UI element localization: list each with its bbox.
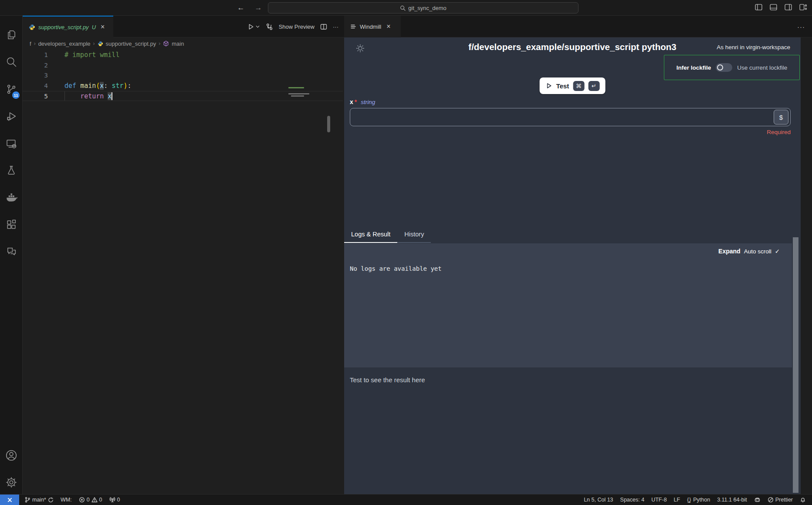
prettier-status[interactable]: Prettier [768,497,793,503]
webview-scrollbar-thumb[interactable] [793,237,798,493]
symbol-method-icon [163,40,169,47]
wm-status[interactable]: WM: [61,497,72,503]
code-keyword-return: return [80,92,108,100]
test-button[interactable]: Test ⌘ ↵ [540,77,606,94]
line-number: 1 [23,51,48,58]
code-param-x: x [100,82,104,90]
editor-more-actions-icon[interactable]: ··· [333,24,338,30]
tab-history[interactable]: History [397,228,431,243]
run-dropdown-chevron-icon[interactable] [255,24,260,29]
run-debug-icon[interactable] [0,106,23,127]
warning-count: 0 [99,497,102,503]
eol-status[interactable]: LF [674,497,680,503]
prettier-disabled-icon [768,497,774,503]
infer-lockfile-label: Infer lockfile [677,64,711,71]
search-text: git_sync_demo [408,5,446,11]
param-x-input[interactable]: $ [350,108,791,126]
encoding-status[interactable]: UTF-8 [651,497,667,503]
code-type-str: str [112,82,123,90]
remote-explorer-icon[interactable] [0,133,23,154]
dollar-variable-button[interactable]: $ [774,110,788,125]
activity-bar: 11 [0,16,23,494]
extensions-icon[interactable] [0,214,23,235]
tab-file-name: supportive_script.py [38,24,89,30]
close-windmill-tab-icon[interactable]: × [386,23,390,30]
toggle-panel-icon[interactable] [770,4,777,10]
cmd-key-badge: ⌘ [573,81,584,91]
tab-windmill[interactable]: Windmill × [344,16,401,37]
code-paren: ( [96,82,100,90]
nav-forward-icon[interactable]: → [253,2,264,13]
problems-status[interactable]: 0 0 [79,497,102,503]
breadcrumb-symbol-main[interactable]: main [172,40,184,47]
python-file-icon [29,24,35,30]
breadcrumb-folder-developers-example[interactable]: developers_example [38,40,91,47]
notifications-status[interactable] [800,497,806,503]
error-count: 0 [87,497,90,503]
search-sidebar-icon[interactable] [0,51,23,72]
python-interpreter-status[interactable]: 3.11.1 64-bit [717,497,747,503]
source-control-icon[interactable]: 11 [0,79,23,100]
breadcrumb-file[interactable]: supportive_script.py [106,40,156,47]
title-bar: ← → git_sync_demo [0,0,812,16]
nav-back-icon[interactable]: ← [235,2,247,13]
required-star: * [355,98,357,105]
windmill-more-actions-icon[interactable]: ··· [797,16,805,37]
windmill-tab-label: Windmill [360,24,381,30]
expand-button[interactable]: Expand [718,248,741,255]
code-function-name: main [80,82,96,90]
settings-gear-icon[interactable] [0,472,23,493]
language-status[interactable]: {} Python [687,497,710,503]
infer-lockfile-toggle[interactable] [716,63,732,72]
git-branch-status[interactable]: main* [24,497,54,503]
toggle-primary-sidebar-icon[interactable] [755,4,762,10]
ports-status[interactable]: 0 [109,497,120,503]
bell-icon [800,497,806,503]
copilot-status[interactable] [754,497,761,503]
editor-scrollbar-thumb[interactable] [327,116,330,132]
breadcrumb-folder-f[interactable]: f [30,40,31,47]
workspace-context: As henri in virgin-workspace [717,44,790,50]
text-cursor [112,92,112,100]
compare-changes-icon[interactable] [266,23,273,30]
close-tab-icon[interactable]: × [101,23,105,31]
no-logs-message: No logs are available yet [350,265,442,272]
line-number: 3 [23,72,48,79]
indent-guide [64,91,65,101]
code-colon: : [128,82,132,90]
cursor-position-status[interactable]: Ln 5, Col 13 [584,497,613,503]
branch-icon [24,497,30,503]
split-editor-icon[interactable] [320,24,327,30]
tab-supportive-script[interactable]: supportive_script.py U × [23,16,113,37]
command-center-search[interactable]: git_sync_demo [268,2,579,13]
code-keyword-def: def [64,82,80,90]
webview-right-gutter [801,37,812,494]
editor-group: supportive_script.py U × Show Preview ··… [23,16,343,494]
auto-scroll-label[interactable]: Auto scroll [744,248,771,255]
docker-icon[interactable] [0,187,23,208]
editor-tab-bar: supportive_script.py U × Show Preview ··… [23,16,343,37]
remote-indicator[interactable] [0,495,19,505]
code-editor[interactable]: 1# import wmill 2 3 4def main(x: str): 5… [23,50,343,494]
minimap[interactable] [288,86,328,104]
warning-icon [91,497,98,503]
customize-layout-icon[interactable] [799,4,807,10]
explorer-icon[interactable] [0,24,23,45]
ports-count: 0 [117,497,120,503]
line-number: 2 [23,62,48,69]
code-paren: ) [123,82,127,90]
tab-logs-result[interactable]: Logs & Result [344,228,397,243]
toggle-secondary-sidebar-icon[interactable] [785,4,792,10]
auto-scroll-check-icon[interactable]: ✓ [775,248,780,255]
testing-icon[interactable] [0,160,23,181]
comments-icon[interactable] [0,241,23,262]
run-python-file-icon[interactable] [247,23,254,30]
source-control-badge: 11 [12,91,20,99]
indentation-status[interactable]: Spaces: 4 [620,497,645,503]
show-preview-button[interactable]: Show Preview [279,24,315,30]
toggle-knob [717,64,723,71]
accounts-icon[interactable] [0,445,23,466]
error-icon [79,497,85,503]
remote-icon [7,497,13,503]
search-icon [400,5,406,11]
